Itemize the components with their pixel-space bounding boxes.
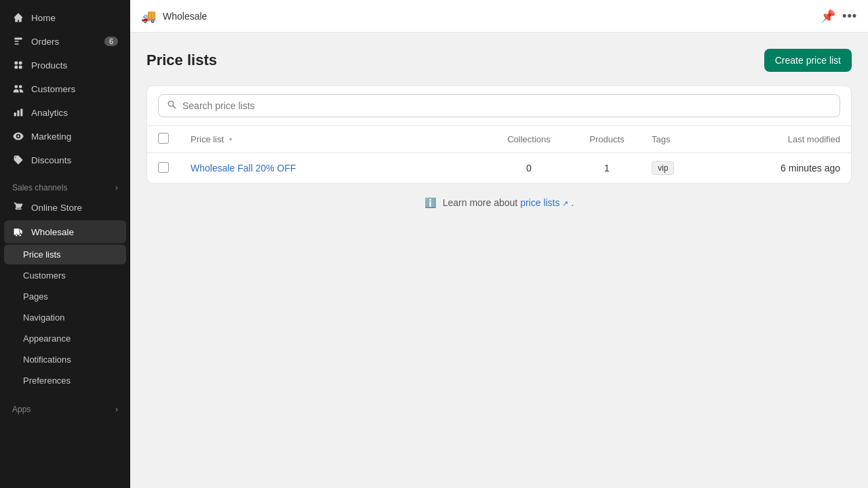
footer-period: . <box>571 197 574 208</box>
expand-icon[interactable]: › <box>115 183 118 192</box>
sidebar: Home Orders 6 Products Customers Analy <box>0 0 130 488</box>
sidebar-sub-preferences[interactable]: Preferences <box>4 371 126 390</box>
sidebar-sub-pages[interactable]: Pages <box>4 287 126 306</box>
row-products: 1 <box>573 153 641 184</box>
row-last-modified: 6 minutes ago <box>743 153 851 184</box>
sub-item-label: Appearance <box>23 333 71 344</box>
col-header-collections: Collections <box>485 126 573 153</box>
sort-indicator: • <box>229 134 233 144</box>
search-icon <box>167 100 177 112</box>
sidebar-item-label: Wholesale <box>31 227 74 237</box>
info-footer: ℹ️ Learn more about price lists ↗ . <box>146 184 852 222</box>
search-bar <box>147 86 851 126</box>
products-icon <box>12 59 24 71</box>
sidebar-sub-customers[interactable]: Customers <box>4 266 126 285</box>
create-price-list-button[interactable]: Create price list <box>764 49 852 72</box>
sidebar-sub-appearance[interactable]: Appearance <box>4 329 126 348</box>
row-collections: 0 <box>485 153 573 184</box>
col-header-last-modified: Last modified <box>743 126 851 153</box>
app-icon: 🚚 <box>141 9 156 24</box>
sidebar-item-online-store[interactable]: Online Store <box>4 196 126 219</box>
sidebar-item-marketing[interactable]: Marketing <box>4 125 126 148</box>
discounts-icon <box>12 154 24 166</box>
topbar-title: Wholesale <box>163 11 207 22</box>
search-input-wrap <box>158 94 840 117</box>
sub-item-label: Navigation <box>23 312 64 323</box>
sidebar-item-label: Products <box>31 60 67 70</box>
col-header-tags: Tags <box>641 126 743 153</box>
select-all-checkbox[interactable] <box>158 133 169 144</box>
pin-icon: 📌 <box>821 9 835 24</box>
row-checkbox[interactable] <box>158 162 169 173</box>
sidebar-item-label: Orders <box>31 37 59 47</box>
orders-badge: 6 <box>104 37 118 46</box>
wholesale-icon <box>12 226 24 238</box>
sidebar-sub-notifications[interactable]: Notifications <box>4 350 126 369</box>
sidebar-item-customers[interactable]: Customers <box>4 77 126 100</box>
info-text: Learn more about <box>443 197 518 208</box>
sidebar-item-discounts[interactable]: Discounts <box>4 148 126 171</box>
sub-item-label: Pages <box>23 291 48 302</box>
sidebar-item-wholesale[interactable]: Wholesale <box>4 220 126 243</box>
sidebar-item-label: Discounts <box>31 155 71 165</box>
price-lists-table: Price list • Collections Products Tags L… <box>147 126 851 183</box>
content-area: Price lists Create price list <box>130 33 868 488</box>
price-list-link[interactable]: Wholesale Fall 20% OFF <box>191 163 296 174</box>
sidebar-item-orders[interactable]: Orders 6 <box>4 30 126 53</box>
topbar: 🚚 Wholesale 📌 ••• <box>130 0 868 33</box>
col-header-price-list: Price list • <box>180 126 485 153</box>
apps-expand-icon[interactable]: › <box>115 405 118 414</box>
sidebar-item-products[interactable]: Products <box>4 54 126 77</box>
page-title: Price lists <box>146 52 217 69</box>
topbar-actions: 📌 ••• <box>821 9 857 24</box>
online-store-icon <box>12 201 24 214</box>
sidebar-item-analytics[interactable]: Analytics <box>4 101 126 124</box>
table-row: Wholesale Fall 20% OFF 0 1 vip 6 minutes… <box>147 153 851 184</box>
page-header: Price lists Create price list <box>146 49 852 72</box>
sidebar-item-label: Marketing <box>31 131 71 142</box>
price-lists-card: Price list • Collections Products Tags L… <box>146 85 852 184</box>
sidebar-item-label: Home <box>31 13 56 23</box>
sidebar-item-label: Analytics <box>31 108 68 118</box>
external-link-icon: ↗ <box>562 199 568 207</box>
orders-icon <box>12 35 24 47</box>
sub-item-label: Preferences <box>23 375 71 386</box>
price-lists-link[interactable]: price lists ↗ <box>520 197 571 208</box>
customers-icon <box>12 83 24 95</box>
marketing-icon <box>12 130 24 142</box>
sidebar-item-label: Online Store <box>31 203 82 213</box>
more-button[interactable]: ••• <box>842 9 857 23</box>
home-icon <box>12 12 24 24</box>
info-icon: ℹ️ <box>425 197 436 208</box>
sales-channels-section: Sales channels › <box>0 175 130 195</box>
sidebar-item-home[interactable]: Home <box>4 6 126 29</box>
col-header-products: Products <box>573 126 641 153</box>
sub-item-label: Notifications <box>23 354 71 365</box>
tag-badge: vip <box>652 161 674 175</box>
main-area: 🚚 Wholesale 📌 ••• Price lists Create pri… <box>130 0 868 488</box>
search-input[interactable] <box>182 100 831 111</box>
apps-section[interactable]: Apps › <box>0 396 130 417</box>
sub-item-label: Customers <box>23 270 66 281</box>
sidebar-item-label: Customers <box>31 84 75 94</box>
analytics-icon <box>12 106 24 119</box>
sidebar-sub-navigation[interactable]: Navigation <box>4 308 126 327</box>
sidebar-sub-price-lists[interactable]: Price lists <box>4 245 126 264</box>
sub-item-label: Price lists <box>23 249 61 260</box>
